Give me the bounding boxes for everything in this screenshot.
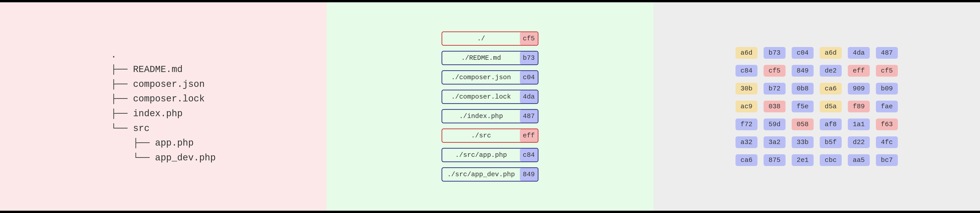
file-path: ./composer.lock — [442, 93, 520, 101]
grid-cell: f5e — [792, 101, 814, 112]
grid-cell: d5a — [820, 101, 842, 112]
file-item: ./REDME.mdb73 — [442, 51, 538, 65]
grid-cell: c04 — [792, 47, 814, 59]
grid-cell: f89 — [848, 101, 870, 112]
grid-cell: ac9 — [735, 101, 757, 112]
file-item: ./src/app_dev.php849 — [442, 167, 538, 182]
file-path: ./ — [442, 35, 520, 42]
grid-cell: 30b — [735, 83, 757, 94]
grid-cell: eff — [848, 65, 870, 77]
grid-cell: 4da — [848, 47, 870, 59]
grid-cell: fae — [876, 101, 898, 112]
grid-cell: 4fc — [876, 136, 898, 148]
grid-cell: 3a2 — [764, 136, 786, 148]
file-item: ./srceff — [442, 128, 538, 143]
grid-cell: cf5 — [764, 65, 786, 77]
file-item: ./index.php487 — [442, 109, 538, 123]
grid-cell: af8 — [820, 119, 842, 130]
hash-grid: a6db73c04a6d4da487c84cf5849de2effcf530bb… — [735, 47, 898, 166]
grid-cell: c84 — [735, 65, 757, 77]
directory-tree: . ├── README.md ├── composer.json ├── co… — [111, 48, 216, 165]
file-hash: eff — [520, 129, 538, 142]
grid-cell: 038 — [764, 101, 786, 112]
grid-cell: 59d — [764, 119, 786, 130]
grid-cell: f63 — [876, 119, 898, 130]
file-hash: b73 — [520, 51, 538, 64]
panel-grid: a6db73c04a6d4da487c84cf5849de2effcf530bb… — [653, 2, 980, 211]
grid-cell: cf5 — [876, 65, 898, 77]
file-item: ./composer.lock4da — [442, 90, 538, 104]
grid-cell: 487 — [876, 47, 898, 59]
file-item: ./src/app.phpc84 — [442, 148, 538, 162]
file-path: ./composer.json — [442, 74, 520, 81]
grid-cell: 33b — [792, 136, 814, 148]
grid-cell: a6d — [735, 47, 757, 59]
file-hash: c84 — [520, 149, 538, 162]
panel-tree: . ├── README.md ├── composer.json ├── co… — [0, 2, 327, 211]
grid-cell: b09 — [876, 83, 898, 94]
grid-cell: ca6 — [820, 83, 842, 94]
grid-cell: bc7 — [876, 154, 898, 166]
file-list: ./cf5./REDME.mdb73./composer.jsonc04./co… — [442, 31, 538, 182]
file-hash: c04 — [520, 71, 538, 84]
grid-cell: f72 — [735, 119, 757, 130]
file-hash: 4da — [520, 90, 538, 103]
grid-cell: d22 — [848, 136, 870, 148]
file-path: ./src/app_dev.php — [442, 171, 520, 178]
file-hash: 849 — [520, 168, 538, 181]
grid-cell: 1a1 — [848, 119, 870, 130]
grid-cell: de2 — [820, 65, 842, 77]
grid-cell: b5f — [820, 136, 842, 148]
grid-cell: 909 — [848, 83, 870, 94]
file-path: ./index.php — [442, 112, 520, 120]
file-path: ./src/app.php — [442, 151, 520, 159]
grid-cell: b72 — [764, 83, 786, 94]
grid-cell: 0b8 — [792, 83, 814, 94]
file-path: ./src — [442, 132, 520, 139]
grid-cell: 849 — [792, 65, 814, 77]
grid-cell: a32 — [735, 136, 757, 148]
grid-cell: 2e1 — [792, 154, 814, 166]
grid-cell: cbc — [820, 154, 842, 166]
grid-cell: ca6 — [735, 154, 757, 166]
grid-cell: 875 — [764, 154, 786, 166]
file-hash: cf5 — [520, 32, 538, 45]
grid-cell: b73 — [764, 47, 786, 59]
file-item: ./cf5 — [442, 31, 538, 46]
grid-cell: a6d — [820, 47, 842, 59]
grid-cell: 058 — [792, 119, 814, 130]
file-hash: 487 — [520, 110, 538, 123]
grid-cell: aa5 — [848, 154, 870, 166]
panel-files: ./cf5./REDME.mdb73./composer.jsonc04./co… — [327, 2, 653, 211]
file-path: ./REDME.md — [442, 54, 520, 62]
file-item: ./composer.jsonc04 — [442, 70, 538, 85]
